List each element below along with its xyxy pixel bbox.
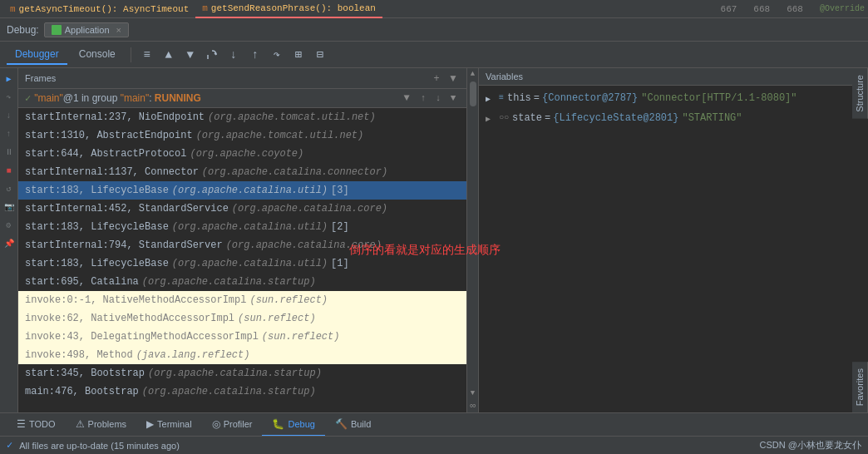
status-text: All files are up-to-date (15 minutes ago… [19, 441, 180, 451]
frame-item-1[interactable]: start:1310, AbstractEndpoint (org.apache… [18, 126, 466, 145]
thread-filter[interactable]: ▼ [446, 91, 460, 105]
tab-debugger[interactable]: Debugger [7, 45, 67, 65]
frame-class-8: (org.apache.catalina.util) [172, 256, 328, 271]
thread-nav-up[interactable]: ↑ [417, 91, 430, 105]
frame-item-10[interactable]: invoke:0:-1, NativeMethodAccessorImpl (s… [18, 291, 466, 309]
pin-icon[interactable]: 📌 [2, 236, 17, 251]
pause-icon[interactable]: ⏸ [2, 145, 17, 160]
frame-item-14[interactable]: start:345, Bootstrap (org.apache.catalin… [18, 364, 466, 382]
debug-tab-application[interactable]: Application × [44, 22, 129, 37]
bottom-tabs: ☰ TODO ⚠ Problems ▶ Terminal ◎ Profiler … [0, 412, 868, 436]
profiler-label: Profiler [224, 419, 253, 429]
toolbar-btn-eval[interactable]: ⊞ [289, 46, 308, 64]
frame-item-8[interactable]: start:183, LifecycleBase (org.apache.cat… [18, 254, 466, 273]
var-item-this[interactable]: ▶ ≡ this = {Connector@2787} "Connector[H… [479, 89, 852, 109]
frames-filter-btn[interactable]: ▼ [446, 72, 460, 85]
app-icon [52, 25, 62, 35]
scroll-up-btn[interactable]: ▲ [467, 68, 479, 80]
thread-selector[interactable]: ✓ "main"@1 in group "main": RUNNING ▼ ↑ … [18, 89, 466, 108]
bottom-tab-terminal[interactable]: ▶ Terminal [136, 413, 202, 437]
variables-panel: Variables ▶ ≡ this = {Connector@2787} "C… [479, 68, 852, 412]
debug-tab-label: Application [65, 25, 110, 35]
debug-label: Debug: [7, 24, 39, 36]
frame-item-9[interactable]: start:695, Catalina (org.apache.catalina… [18, 273, 466, 291]
frame-item-0[interactable]: startInternal:237, NioEndpoint (org.apac… [18, 108, 466, 126]
frame-class-7: (org.apache.catalina.core) [226, 238, 382, 253]
frame-class-12: (sun.reflect) [262, 329, 340, 344]
tab-console[interactable]: Console [71, 45, 124, 65]
frame-class-10: (sun.reflect) [249, 293, 328, 308]
rerun-icon[interactable]: ↺ [2, 181, 17, 196]
structure-panel-label[interactable]: Structure [852, 68, 868, 119]
override-badge: @Override [820, 4, 865, 13]
line-num-1: 667 [721, 4, 737, 14]
debug-tab-close[interactable]: × [116, 25, 121, 35]
step-over-icon[interactable]: ↷ [2, 90, 17, 105]
frame-item-2[interactable]: start:644, AbstractProtocol (org.apache.… [18, 145, 466, 163]
var-string-state: "STARTING" [682, 112, 742, 124]
frame-method-6: start:183, LifecycleBase [25, 220, 169, 234]
favorites-panel-label[interactable]: Favorites [852, 362, 868, 412]
camera-icon[interactable]: 📷 [2, 200, 17, 215]
toolbar-btn-run-cursor[interactable]: ↷ [268, 46, 286, 64]
left-sidebar-icons: ▶ ↷ ↓ ↑ ⏸ ■ ↺ 📷 ⚙ 📌 [0, 68, 18, 412]
frame-item-7[interactable]: startInternal:794, StandardServer (org.a… [18, 236, 466, 254]
toolbar-btn-more[interactable]: ⊟ [311, 46, 329, 64]
status-right-text: CSDN @小林也要龙女仆 [760, 439, 861, 452]
main-content: ▶ ↷ ↓ ↑ ⏸ ■ ↺ 📷 ⚙ 📌 Frames + ▼ ✓ [0, 68, 868, 412]
frame-class-13: (java.lang.reflect) [136, 348, 250, 363]
frame-item-11[interactable]: invoke:62, NativeMethodAccessorImpl (sun… [18, 309, 466, 328]
var-value-this: "Connector[HTTP/1.1-8080]" [641, 91, 796, 106]
bottom-tab-debug[interactable]: 🐛 Debug [262, 413, 324, 437]
frames-panel: Frames + ▼ ✓ "main"@1 in group "main": R… [18, 68, 467, 412]
frames-add-btn[interactable]: + [430, 72, 443, 85]
method-icon-1: m [10, 4, 16, 14]
toolbar-btn-down[interactable]: ▼ [181, 46, 200, 64]
frame-class-2: (org.apache.coyote) [190, 146, 303, 161]
file-tab-2[interactable]: m getSendReasonPhrase(): boolean [195, 0, 382, 18]
toolbar-btn-step-out[interactable]: ↑ [246, 46, 264, 64]
bottom-tab-todo[interactable]: ☰ TODO [7, 413, 66, 437]
bottom-tab-build[interactable]: 🔨 Build [325, 413, 381, 437]
line-num-3: 668 [787, 4, 803, 14]
thread-nav-down[interactable]: ↓ [432, 91, 445, 105]
frame-class-9: (org.apache.catalina.startup) [142, 274, 316, 289]
scroll-down-btn[interactable]: ▼ [467, 387, 479, 399]
frame-item-4[interactable]: start:183, LifecycleBase (org.apache.cat… [18, 181, 466, 200]
frame-item-6[interactable]: start:183, LifecycleBase (org.apache.cat… [18, 218, 466, 236]
frame-item-12[interactable]: invoke:43, DelegatingMethodAccessorImpl … [18, 328, 466, 346]
frame-class-6: (org.apache.catalina.util) [172, 220, 328, 234]
resume-icon[interactable]: ▶ [2, 72, 17, 86]
frame-item-15[interactable]: main:476, Bootstrap (org.apache.catalina… [18, 382, 466, 401]
bottom-tab-profiler[interactable]: ◎ Profiler [202, 413, 263, 437]
var-item-state[interactable]: ▶ ○○ state = {LifecycleState@2801} "STAR… [479, 109, 852, 129]
var-icon-state: ○○ [499, 111, 509, 126]
stop-icon[interactable]: ■ [2, 163, 17, 178]
frame-item-13[interactable]: invoke:498, Method (java.lang.reflect) [18, 346, 466, 364]
toolbar-btn-up[interactable]: ▲ [160, 46, 178, 64]
thread-dropdown[interactable]: ▼ [400, 91, 413, 105]
frame-class-15: (org.apache.catalina.startup) [142, 384, 316, 399]
step-out-icon[interactable]: ↑ [2, 126, 17, 141]
toolbar-btn-step-into[interactable]: ↓ [224, 46, 243, 64]
frame-badge-6: [2] [331, 220, 349, 234]
terminal-label: Terminal [157, 419, 192, 429]
frame-item-5[interactable]: startInternal:452, StandardService (org.… [18, 200, 466, 218]
frames-panel-header: Frames + ▼ [18, 68, 466, 89]
frame-class-11: (sun.reflect) [238, 311, 316, 326]
frame-method-0: startInternal:237, NioEndpoint [25, 110, 205, 125]
toolbar-btn-step-over[interactable] [203, 46, 221, 64]
frame-method-12: invoke:43, DelegatingMethodAccessorImpl [25, 329, 259, 344]
var-value-state: "STARTING" [682, 111, 742, 126]
frame-class-3: (org.apache.catalina.connector) [202, 165, 387, 180]
toolbar-btn-menu[interactable]: ≡ [138, 46, 156, 64]
infinity-btn[interactable]: ∞ [468, 399, 477, 412]
bottom-tab-problems[interactable]: ⚠ Problems [66, 413, 136, 437]
frame-item-3[interactable]: startInternal:1137, Connector (org.apach… [18, 163, 466, 181]
step-into-icon[interactable]: ↓ [2, 108, 17, 123]
frame-method-5: startInternal:452, StandardService [25, 201, 229, 216]
problems-icon: ⚠ [76, 418, 85, 430]
file-tab-right: 667 668 668 @Override [721, 4, 865, 14]
settings-icon[interactable]: ⚙ [2, 218, 17, 233]
file-tab-1[interactable]: m getAsyncTimeout(): AsyncTimeout [3, 0, 195, 18]
